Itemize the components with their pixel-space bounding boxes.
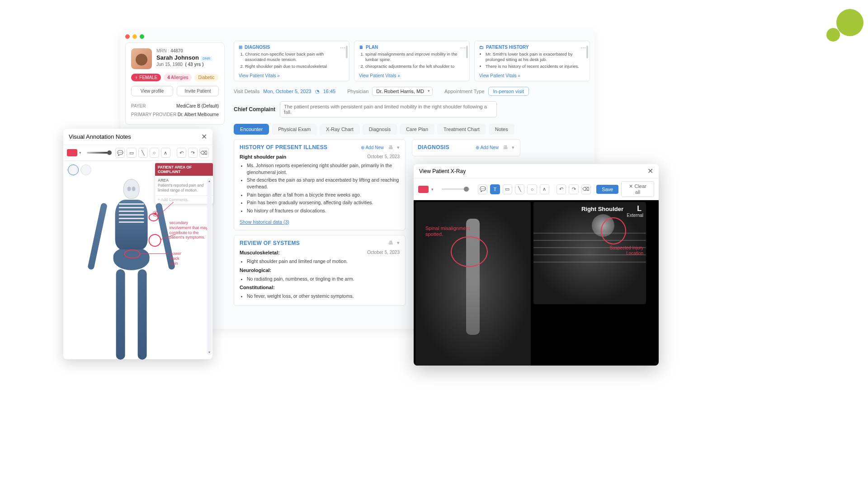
window-titlebar bbox=[121, 31, 594, 38]
diag-item: Chronic non-specific lower back pain wit… bbox=[245, 52, 344, 63]
clipboard-icon: 🗎 bbox=[359, 45, 363, 50]
xray-shoulder-image[interactable]: Right Shoulder L External Suspected Inju… bbox=[533, 202, 646, 304]
chevron-down-icon[interactable]: ▾ bbox=[397, 240, 400, 246]
chief-complaint-input[interactable]: The patient presents with persistent pai… bbox=[280, 101, 497, 117]
rect-tool-icon[interactable]: ▭ bbox=[127, 148, 136, 158]
chevron-down-icon[interactable]: ▾ bbox=[512, 145, 514, 150]
angle-tool-icon[interactable]: ∧ bbox=[540, 184, 549, 194]
card-scrollbar[interactable] bbox=[586, 46, 589, 68]
xray-spine-annotation[interactable] bbox=[451, 236, 488, 267]
redo-icon[interactable]: ↷ bbox=[188, 148, 198, 158]
card-scrollbar[interactable] bbox=[466, 46, 468, 68]
body-diagram[interactable]: secondary involvement that may contribut… bbox=[91, 179, 172, 378]
tab-physical-exam[interactable]: Physical Exam bbox=[272, 124, 317, 135]
circle-tool-icon[interactable]: ○ bbox=[527, 184, 537, 194]
comment-tool-icon[interactable]: 💬 bbox=[115, 148, 125, 158]
tab-diagnosis[interactable]: Diagnosis bbox=[363, 124, 397, 135]
tab-treatment-chart[interactable]: Treatment Chart bbox=[437, 124, 486, 135]
print-icon[interactable]: 🖶 bbox=[388, 240, 393, 246]
payer-value: MediCare B (Default) bbox=[176, 103, 219, 108]
tab-xray-chart[interactable]: X-Ray Chart bbox=[320, 124, 360, 135]
annotation-scrollbar[interactable]: ▴ ▾ bbox=[207, 178, 212, 355]
view-vitals-link[interactable]: View Patient Vitals » bbox=[359, 73, 400, 78]
redo-icon[interactable]: ↷ bbox=[569, 184, 578, 194]
anterior-view-toggle[interactable] bbox=[68, 164, 79, 175]
ros-card: REVIEW OF SYSTEMS 🖶▾ Musculoskeletal:Oct… bbox=[234, 235, 406, 306]
arm-annotation[interactable] bbox=[149, 234, 161, 247]
provider-value: Dr. Albert Melbourne bbox=[178, 112, 219, 117]
card-scrollbar[interactable] bbox=[345, 46, 348, 68]
annotation-label: secondary involvement that may contribut… bbox=[170, 221, 209, 240]
comment-tool-icon[interactable]: 💬 bbox=[478, 184, 487, 194]
print-icon[interactable]: 🖶 bbox=[503, 145, 508, 150]
print-icon[interactable]: 🖶 bbox=[388, 145, 393, 150]
xray-toolbar: ▾ 💬 T ▭ ╲ ○ ∧ ↶ ↷ ⌫ Save ✕ Clear all bbox=[414, 178, 659, 200]
color-dropdown-icon[interactable]: ▾ bbox=[79, 150, 81, 155]
xray-shoulder-annotation[interactable] bbox=[601, 217, 626, 244]
appt-label: Appointment Type bbox=[444, 89, 484, 94]
hpi-bullet: No history of fractures or dislocations. bbox=[247, 207, 400, 214]
circle-tool-icon[interactable]: ○ bbox=[150, 148, 159, 158]
plan-item: spinal misalignments and improve mobilit… bbox=[365, 52, 465, 63]
angle-tool-icon[interactable]: ∧ bbox=[161, 148, 170, 158]
thickness-slider[interactable] bbox=[442, 188, 470, 190]
color-picker[interactable] bbox=[418, 186, 429, 193]
chief-complaint-label: Chief Complaint bbox=[234, 106, 275, 113]
undo-icon[interactable]: ↶ bbox=[177, 148, 186, 158]
show-historical-link[interactable]: Show historical data (3) bbox=[240, 219, 289, 225]
card-menu-icon[interactable]: ⋯ bbox=[460, 45, 466, 51]
save-button[interactable]: Save bbox=[596, 185, 618, 194]
diagnosis-section-card: DIAGNOSIS ⊕ Add New 🖶▾ bbox=[412, 139, 520, 156]
hist-item: Mr. Smith's lower back pain is exacerbat… bbox=[486, 52, 585, 63]
ros-musc-h: Musculoskeletal: bbox=[240, 250, 280, 255]
hpi-date: October 5, 2023 bbox=[367, 154, 400, 160]
scroll-down-icon[interactable]: ▾ bbox=[207, 349, 212, 355]
invite-patient-button[interactable]: Invite Patient bbox=[177, 86, 219, 96]
xray-canvas[interactable]: Spinal misalignment spotted. Right Shoul… bbox=[414, 200, 659, 366]
hpi-subject: Right shoulder pain bbox=[240, 154, 286, 160]
add-new-button[interactable]: ⊕ Add New bbox=[361, 145, 384, 150]
xray-annotation-text: Spinal misalignment spotted. bbox=[425, 225, 480, 237]
card-menu-icon[interactable]: ⋯ bbox=[340, 45, 345, 51]
close-icon[interactable]: ✕ bbox=[201, 132, 207, 141]
annotation-title: Visual Annotation Notes bbox=[69, 133, 131, 140]
physician-select[interactable]: Dr. Robert Harris, MD bbox=[372, 87, 433, 96]
add-new-button[interactable]: ⊕ Add New bbox=[476, 145, 499, 150]
text-tool-icon[interactable]: T bbox=[490, 184, 500, 194]
tab-notes[interactable]: Notes bbox=[489, 124, 514, 135]
color-picker[interactable] bbox=[67, 149, 77, 156]
line-tool-icon[interactable]: ╲ bbox=[515, 184, 524, 194]
thickness-slider[interactable] bbox=[87, 152, 110, 154]
card-menu-icon[interactable]: ⋯ bbox=[580, 45, 586, 51]
eraser-icon[interactable]: ⌫ bbox=[199, 148, 209, 158]
skeletal-view-toggle[interactable] bbox=[80, 164, 91, 175]
ros-title: REVIEW OF SYSTEMS bbox=[240, 240, 300, 246]
tab-encounter[interactable]: Encounter bbox=[234, 124, 269, 135]
undo-icon[interactable]: ↶ bbox=[557, 184, 566, 194]
appt-type-chip[interactable]: In-person visit bbox=[488, 87, 529, 96]
view-vitals-link[interactable]: View Patient Vitals » bbox=[239, 73, 280, 78]
patient-card: MRN : 44870 Sarah JohnsonDNR Jun 15, 198… bbox=[125, 42, 225, 125]
hpi-card: HISTORY OF PRESENT ILLNESS ⊕ Add New 🖶▾ … bbox=[234, 139, 406, 230]
patient-age: ( 43 yrs ) bbox=[185, 62, 203, 67]
view-profile-button[interactable]: View profile bbox=[131, 86, 173, 96]
rect-tool-icon[interactable]: ▭ bbox=[503, 184, 512, 194]
clear-all-button[interactable]: ✕ Clear all bbox=[621, 181, 654, 197]
line-tool-icon[interactable]: ╲ bbox=[138, 148, 148, 158]
eraser-icon[interactable]: ⌫ bbox=[581, 184, 591, 194]
color-dropdown-icon[interactable]: ▾ bbox=[431, 187, 434, 192]
provider-label: PRIMARY PROVIDER bbox=[131, 112, 176, 117]
visit-details-bar: Visit Details Mon, October 5, 2023 ◔ 16:… bbox=[234, 87, 590, 96]
shoulder-annotation[interactable] bbox=[149, 213, 159, 221]
back-annotation[interactable] bbox=[124, 249, 141, 258]
close-icon[interactable]: ✕ bbox=[647, 167, 653, 175]
chevron-down-icon[interactable]: ▾ bbox=[397, 145, 400, 150]
xray-shoulder-title: Right Shoulder bbox=[581, 206, 623, 212]
scroll-up-icon[interactable]: ▴ bbox=[207, 178, 212, 184]
xray-spine-image[interactable]: Spinal misalignment spotted. bbox=[415, 202, 531, 366]
allergy-badge[interactable]: 4 Allergies bbox=[164, 74, 192, 81]
visit-label: Visit Details bbox=[234, 89, 259, 94]
ros-date: October 5, 2023 bbox=[367, 250, 400, 255]
tab-care-plan[interactable]: Care Plan bbox=[400, 124, 434, 135]
view-vitals-link[interactable]: View Patient Vitals » bbox=[479, 73, 520, 78]
